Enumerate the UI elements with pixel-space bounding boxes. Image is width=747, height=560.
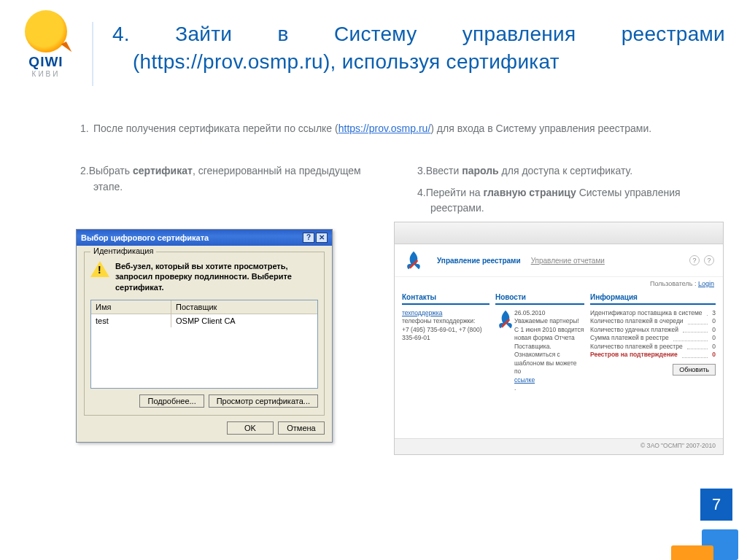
- news-logo-icon: [495, 309, 510, 324]
- page-number: 7: [700, 489, 732, 521]
- info-row: Количество платежей в реестре0: [590, 343, 716, 351]
- portal-footer: © ЗАО "ОСМП" 2007-2010: [395, 438, 723, 454]
- tab-registries[interactable]: Управление реестрами: [437, 257, 521, 265]
- col-name: Имя: [91, 300, 171, 314]
- qiwi-logo-icon: [25, 10, 67, 52]
- refresh-button[interactable]: Обновить: [673, 364, 716, 376]
- portal-window: Управление реестрами Управление отчетами…: [394, 222, 724, 455]
- step-4: 4.Перейти на главную страницу Системы уп…: [417, 185, 718, 217]
- list-header: Имя Поставщик: [91, 300, 317, 314]
- news-card: Новости 26.05.2010 Уважаемые партнеры! С…: [495, 293, 584, 393]
- info-card: Информация Идентификатор поставщика в си…: [590, 293, 716, 393]
- cert-dialog: Выбор цифрового сертификата ? ✕ Идентифи…: [76, 229, 333, 443]
- user-login-link[interactable]: Login: [698, 280, 714, 287]
- info-icon[interactable]: ?: [704, 255, 714, 265]
- page-title: 4. Зайти в Систему управления реестрами …: [112, 20, 725, 76]
- info-row: Количество удачных платежей0: [590, 326, 716, 334]
- news-title: Новости: [495, 293, 584, 305]
- dialog-message: Веб-узел, который вы хотите просмотреть,…: [115, 261, 318, 292]
- certificate-list[interactable]: Имя Поставщик test OSMP Client CA: [90, 300, 318, 389]
- warning-icon: [90, 261, 109, 279]
- step-1: 1.После получения сертификата перейти по…: [80, 121, 718, 136]
- dialog-titlebar: Выбор цифрового сертификата ? ✕: [77, 230, 332, 246]
- contacts-title: Контакты: [402, 293, 489, 305]
- step-3: 3.Ввести пароль для доступа к сертификат…: [417, 163, 718, 179]
- group-legend: Идентификация: [90, 246, 156, 255]
- list-item[interactable]: test OSMP Client CA: [91, 314, 317, 327]
- portal-logo-icon: [403, 250, 424, 271]
- brand-sub: КИВИ: [25, 70, 67, 78]
- decorative-boxes: [655, 522, 743, 560]
- help-button[interactable]: ?: [303, 233, 314, 243]
- title-line2: (https://prov.osmp.ru), используя сертиф…: [112, 48, 725, 76]
- ok-button[interactable]: OK: [227, 421, 274, 435]
- portal-link[interactable]: https://prov.osmp.ru/: [338, 122, 431, 134]
- brand-block: QIWI КИВИ: [25, 10, 67, 78]
- support-link[interactable]: техподдержка: [402, 309, 489, 317]
- contacts-card: Контакты техподдержка телефоны техподдер…: [402, 293, 489, 393]
- more-info-button[interactable]: Подробнее...: [139, 394, 204, 408]
- info-row: Количество платежей в очереди0: [590, 317, 716, 325]
- cancel-button[interactable]: Отмена: [278, 421, 325, 435]
- steps-right: 3.Ввести пароль для доступа к сертификат…: [417, 163, 718, 222]
- news-link[interactable]: ссылке: [514, 376, 584, 384]
- info-title: Информация: [590, 293, 716, 305]
- help-icon[interactable]: ?: [689, 255, 700, 265]
- info-warning-row: Реестров на подтверждение0: [590, 351, 716, 359]
- info-row: Идентификатор поставщика в системе3: [590, 309, 716, 317]
- tab-reports[interactable]: Управление отчетами: [531, 257, 605, 265]
- title-line1: 4. Зайти в Систему управления реестрами: [112, 23, 725, 45]
- brand-name: QIWI: [25, 54, 67, 70]
- step-num-1: 1.: [80, 121, 93, 136]
- browser-chrome: [395, 222, 723, 244]
- user-bar: Пользователь : Login: [395, 277, 723, 290]
- info-row: Сумма платежей в реестре0: [590, 334, 716, 342]
- col-issuer: Поставщик: [171, 300, 317, 314]
- portal-header: Управление реестрами Управление отчетами…: [395, 244, 723, 277]
- title-divider: [92, 22, 93, 86]
- identification-group: Идентификация Веб-узел, который вы хотит…: [84, 252, 325, 416]
- close-button[interactable]: ✕: [316, 233, 328, 243]
- view-cert-button[interactable]: Просмотр сертификата...: [209, 394, 318, 408]
- dialog-title: Выбор цифрового сертификата: [81, 233, 209, 242]
- steps-row: 2.Выбрать сертификат, сгенерированный на…: [80, 163, 718, 222]
- step-2: 2.Выбрать сертификат, сгенерированный на…: [80, 163, 381, 222]
